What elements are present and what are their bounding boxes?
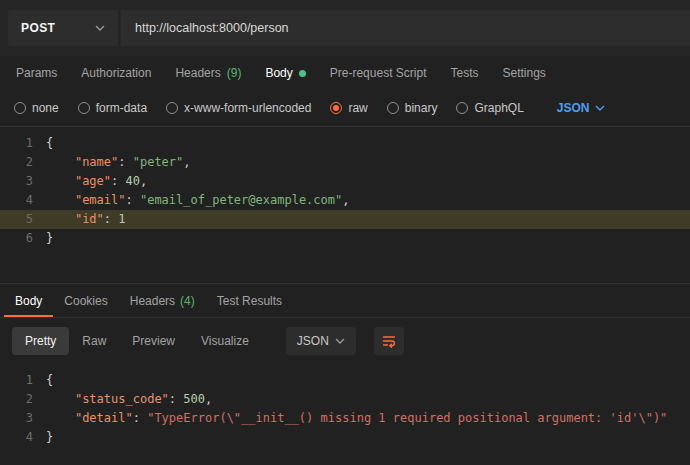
view-preview-button[interactable]: Preview (119, 327, 188, 355)
response-tab-body[interactable]: Body (4, 284, 53, 317)
code-line[interactable]: 1{ (0, 371, 690, 390)
code-line[interactable]: 5 "id": 1 (0, 210, 690, 229)
radio-none[interactable]: none (14, 101, 59, 115)
code-line[interactable]: 4 "email": "email_of_peter@example.com", (0, 191, 690, 210)
chevron-down-icon (95, 25, 105, 31)
radio-icon (78, 102, 90, 114)
headers-count-badge: (9) (227, 66, 242, 80)
tab-label: Pre-request Script (330, 66, 427, 80)
view-label: Visualize (201, 334, 249, 348)
tab-label: Params (16, 66, 57, 80)
view-label: Pretty (25, 334, 56, 348)
code-line[interactable]: 3 "detail": "TypeError(\"__init__() miss… (0, 409, 690, 428)
line-number: 5 (0, 210, 46, 229)
method-label: POST (21, 21, 55, 35)
tab-pre-request-script[interactable]: Pre-request Script (318, 56, 439, 90)
chevron-down-icon (595, 105, 605, 111)
tab-label: Headers (130, 294, 175, 308)
url-text: http://localhost:8000/person (135, 21, 289, 35)
radio-label: binary (405, 101, 438, 115)
response-language-label: JSON (297, 334, 329, 348)
body-language-label: JSON (557, 101, 590, 115)
response-tab-cookies[interactable]: Cookies (53, 284, 118, 317)
view-raw-button[interactable]: Raw (69, 327, 119, 355)
code-text: { (46, 371, 53, 390)
line-number: 1 (0, 134, 46, 153)
line-number: 2 (0, 390, 46, 409)
view-visualize-button[interactable]: Visualize (188, 327, 262, 355)
view-label: Raw (82, 334, 106, 348)
code-text: "age": 40, (46, 172, 147, 191)
radio-label: none (32, 101, 59, 115)
api-client-app: POST http://localhost:8000/person Params… (0, 0, 690, 465)
url-input[interactable]: http://localhost:8000/person (121, 10, 690, 46)
code-line[interactable]: 2 "name": "peter", (0, 153, 690, 172)
chevron-down-icon (335, 338, 345, 344)
line-number: 6 (0, 229, 46, 248)
code-line[interactable]: 2 "status_code": 500, (0, 390, 690, 409)
body-type-row: none form-data x-www-form-urlencoded raw… (0, 90, 690, 127)
line-number: 3 (0, 172, 46, 191)
tab-label: Body (15, 294, 42, 308)
line-number: 3 (0, 409, 46, 428)
tab-authorization[interactable]: Authorization (69, 56, 163, 90)
code-text: } (46, 229, 53, 248)
radio-icon (166, 102, 178, 114)
code-text: "status_code": 500, (46, 390, 212, 409)
radio-label: GraphQL (474, 101, 523, 115)
code-text: } (46, 428, 53, 447)
code-text: "email": "email_of_peter@example.com", (46, 191, 349, 210)
response-tab-headers[interactable]: Headers (4) (119, 284, 206, 317)
wrap-text-button[interactable] (374, 327, 404, 355)
radio-icon (456, 102, 468, 114)
view-label: Preview (132, 334, 175, 348)
request-bar: POST http://localhost:8000/person (0, 0, 690, 56)
radio-x-www-form-urlencoded[interactable]: x-www-form-urlencoded (166, 101, 311, 115)
tab-label: Tests (450, 66, 478, 80)
tab-label: Settings (503, 66, 546, 80)
line-number: 4 (0, 428, 46, 447)
tab-label: Cookies (64, 294, 107, 308)
tab-tests[interactable]: Tests (438, 56, 490, 90)
code-line[interactable]: 4} (0, 428, 690, 447)
tab-label: Test Results (217, 294, 282, 308)
radio-label: form-data (96, 101, 147, 115)
line-number: 1 (0, 371, 46, 390)
radio-selected-icon (330, 102, 342, 114)
line-number: 2 (0, 153, 46, 172)
radio-label: x-www-form-urlencoded (184, 101, 311, 115)
view-pretty-button[interactable]: Pretty (12, 327, 69, 355)
method-select[interactable]: POST (8, 10, 118, 46)
code-text: "id": 1 (46, 210, 126, 229)
response-body-editor[interactable]: 1{2 "status_code": 500,3 "detail": "Type… (0, 364, 690, 465)
tab-label: Headers (175, 66, 220, 80)
code-text: "detail": "TypeError(\"__init__() missin… (46, 409, 667, 428)
response-toolbar: Pretty Raw Preview Visualize JSON (0, 318, 690, 364)
response-headers-count-badge: (4) (180, 294, 195, 308)
request-body-editor[interactable]: 1{2 "name": "peter",3 "age": 40,4 "email… (0, 127, 690, 283)
tab-label: Authorization (81, 66, 151, 80)
radio-icon (387, 102, 399, 114)
radio-raw[interactable]: raw (330, 101, 367, 115)
radio-graphql[interactable]: GraphQL (456, 101, 523, 115)
response-tab-test-results[interactable]: Test Results (206, 284, 293, 317)
line-number: 4 (0, 191, 46, 210)
body-language-dropdown[interactable]: JSON (557, 101, 605, 115)
radio-label: raw (348, 101, 367, 115)
tab-label: Body (265, 66, 292, 80)
code-line[interactable]: 1{ (0, 134, 690, 153)
radio-binary[interactable]: binary (387, 101, 438, 115)
tab-params[interactable]: Params (4, 56, 69, 90)
text-wrap-icon (381, 333, 397, 349)
tab-body[interactable]: Body (253, 56, 317, 90)
radio-icon (14, 102, 26, 114)
request-tabs: Params Authorization Headers (9) Body Pr… (0, 56, 690, 90)
code-text: { (46, 134, 53, 153)
tab-headers[interactable]: Headers (9) (163, 56, 253, 90)
response-language-dropdown[interactable]: JSON (286, 327, 356, 355)
code-line[interactable]: 3 "age": 40, (0, 172, 690, 191)
code-line[interactable]: 6} (0, 229, 690, 248)
tab-settings[interactable]: Settings (491, 56, 558, 90)
radio-form-data[interactable]: form-data (78, 101, 147, 115)
body-present-dot-icon (299, 70, 306, 77)
